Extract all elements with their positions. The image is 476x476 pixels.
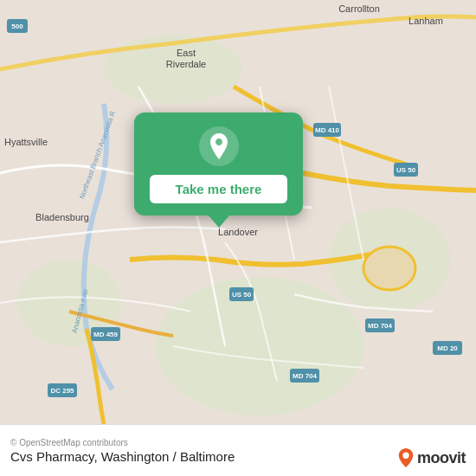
svg-text:East: East — [177, 48, 196, 58]
svg-text:MD 704: MD 704 — [293, 372, 318, 380]
svg-point-35 — [402, 453, 408, 459]
moovit-pin-icon — [398, 448, 414, 467]
popup-card: Take me there — [134, 113, 303, 215]
svg-point-6 — [363, 247, 415, 290]
svg-text:Carrollton: Carrollton — [338, 3, 380, 14]
bottom-bar: © OpenStreetMap contributors Cvs Pharmac… — [0, 424, 476, 476]
svg-text:US 50: US 50 — [232, 291, 252, 299]
svg-text:500: 500 — [11, 23, 23, 30]
svg-text:Bladensburg: Bladensburg — [35, 212, 89, 222]
svg-text:MD 20: MD 20 — [437, 344, 458, 352]
take-me-there-button[interactable]: Take me there — [150, 175, 287, 203]
svg-text:MD 410: MD 410 — [315, 126, 340, 134]
svg-text:Lanham: Lanham — [408, 16, 443, 26]
svg-text:Riverdale: Riverdale — [166, 59, 206, 69]
map-attribution: © OpenStreetMap contributors — [10, 438, 466, 447]
svg-text:DC 295: DC 295 — [50, 387, 74, 395]
map-container: 500 MD 410 US 50 US 50 MD 704 MD 704 MD … — [0, 0, 476, 424]
moovit-logo: moovit — [398, 448, 466, 467]
svg-text:Hyattsville: Hyattsville — [4, 137, 48, 147]
svg-text:MD 704: MD 704 — [368, 322, 393, 330]
svg-text:MD 459: MD 459 — [93, 331, 119, 338]
moovit-brand-text: moovit — [417, 449, 466, 467]
svg-text:Landover: Landover — [218, 227, 258, 237]
location-pin-icon — [199, 126, 239, 166]
svg-text:US 50: US 50 — [396, 166, 416, 174]
